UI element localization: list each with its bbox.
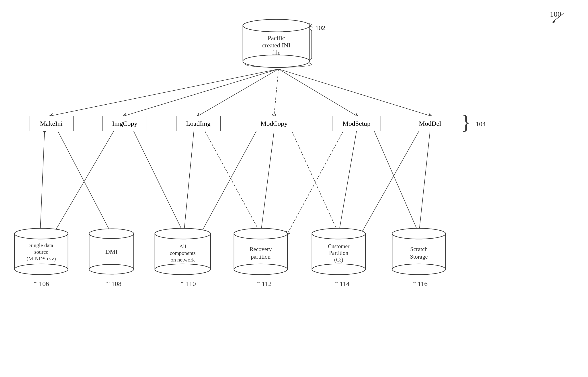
svg-line-8 <box>53 131 114 234</box>
diagram: Pacific created INI file 102 ~ MakeIni I… <box>0 0 588 377</box>
scratch-ref: 116 <box>418 280 427 288</box>
svg-line-15 <box>288 131 343 234</box>
imgcopy-label: ImgCopy <box>112 120 137 127</box>
corner-arrow-svg <box>550 9 568 27</box>
svg-text:Recovery: Recovery <box>250 246 272 252</box>
svg-line-57 <box>552 13 563 22</box>
svg-line-6 <box>40 131 45 234</box>
single-data-ref-tilde: ~ <box>34 279 37 286</box>
svg-point-48 <box>312 264 365 275</box>
svg-point-27 <box>14 264 68 275</box>
customer-ref: 114 <box>340 280 350 288</box>
loadimg-label: LoadImg <box>186 120 211 127</box>
svg-line-14 <box>292 131 339 234</box>
svg-line-3 <box>274 69 278 116</box>
svg-line-7 <box>58 131 112 234</box>
svg-line-19 <box>419 131 430 234</box>
svg-line-12 <box>200 131 256 234</box>
svg-text:(C:): (C:) <box>334 257 343 263</box>
svg-line-5 <box>278 69 430 116</box>
makeini-module: MakeIni <box>29 116 74 131</box>
svg-point-37 <box>155 264 211 275</box>
svg-line-10 <box>184 131 194 234</box>
customer-cylinder: Customer Partition (C:) <box>310 227 368 278</box>
svg-text:All: All <box>179 244 186 249</box>
svg-text:file: file <box>272 49 280 56</box>
svg-point-36 <box>155 228 211 239</box>
svg-line-17 <box>374 131 419 234</box>
svg-text:components: components <box>170 250 196 256</box>
svg-text:Partition: Partition <box>329 250 349 256</box>
svg-point-21 <box>243 19 310 32</box>
ini-ref-label: 102 <box>315 24 325 32</box>
svg-text:Customer: Customer <box>328 243 350 249</box>
ini-file-label: Pacific <box>268 35 285 41</box>
ini-ref-tilde: ~ <box>310 23 313 31</box>
modules-ref: 104 <box>476 120 486 128</box>
scratch-cylinder: Scratch Storage <box>390 227 448 278</box>
svg-line-1 <box>125 69 278 116</box>
svg-point-26 <box>14 228 68 239</box>
recovery-ref: 112 <box>262 280 272 288</box>
dmi-cylinder: DMI <box>87 227 136 278</box>
svg-line-4 <box>278 69 356 116</box>
modsetup-module: ModSetup <box>332 116 381 131</box>
customer-ref-tilde: ~ <box>335 279 338 286</box>
moddel-label: ModDel <box>419 120 441 127</box>
svg-line-11 <box>205 131 261 234</box>
ini-cylinder-svg: Pacific created INI file <box>241 19 312 70</box>
svg-text:Single data: Single data <box>29 242 53 248</box>
recovery-cylinder: Recovery partition <box>232 227 290 278</box>
svg-text:Storage: Storage <box>410 253 427 260</box>
svg-text:partition: partition <box>251 253 271 260</box>
dmi-ref-tilde: ~ <box>106 279 110 286</box>
modules-brace: } <box>461 112 471 132</box>
scratch-ref-tilde: ~ <box>413 279 416 286</box>
svg-point-42 <box>234 228 288 239</box>
svg-point-47 <box>312 228 365 239</box>
svg-point-43 <box>234 264 288 275</box>
svg-text:source: source <box>34 249 48 255</box>
loadimg-module: LoadImg <box>176 116 221 131</box>
all-components-ref: 110 <box>186 280 196 288</box>
svg-point-53 <box>392 228 446 239</box>
svg-point-22 <box>243 55 310 67</box>
recovery-ref-tilde: ~ <box>257 279 260 286</box>
modsetup-label: ModSetup <box>342 120 370 127</box>
dmi-ref: 108 <box>112 280 121 288</box>
svg-point-32 <box>89 229 134 239</box>
svg-line-16 <box>339 131 356 234</box>
svg-point-54 <box>392 264 446 275</box>
single-data-ref: 106 <box>39 280 49 288</box>
svg-line-9 <box>134 131 184 234</box>
all-components-cylinder: All components on network <box>153 227 213 278</box>
modcopy-module: ModCopy <box>252 116 296 131</box>
svg-text:on network: on network <box>171 257 195 263</box>
moddel-module: ModDel <box>408 116 452 131</box>
single-data-cylinder: Single data source (MINDS.csv) <box>12 227 70 278</box>
svg-text:(MINDS.csv): (MINDS.csv) <box>26 256 56 261</box>
svg-text:DMI: DMI <box>105 248 117 255</box>
all-components-ref-tilde: ~ <box>181 279 184 286</box>
modcopy-label: ModCopy <box>261 120 288 127</box>
svg-line-18 <box>361 131 419 234</box>
svg-line-2 <box>198 69 278 116</box>
svg-line-0 <box>51 69 278 116</box>
svg-point-33 <box>89 264 134 274</box>
svg-line-13 <box>261 131 274 234</box>
svg-text:Scratch: Scratch <box>410 246 427 252</box>
imgcopy-module: ImgCopy <box>102 116 147 131</box>
svg-text:created INI: created INI <box>262 42 290 49</box>
makeini-label: MakeIni <box>40 120 63 127</box>
